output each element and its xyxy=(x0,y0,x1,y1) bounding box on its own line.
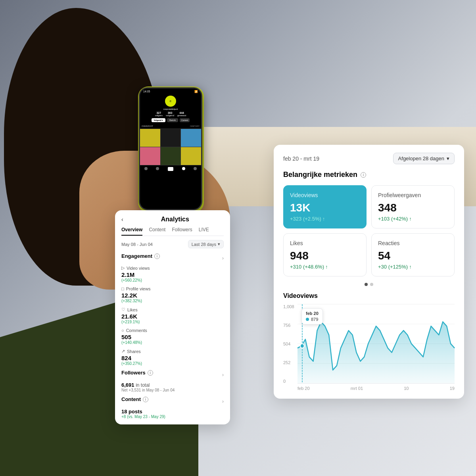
dot-1[interactable] xyxy=(365,283,368,286)
svg-point-5 xyxy=(300,344,304,348)
engagement-chevron[interactable]: › xyxy=(222,255,224,261)
phone-stat-3: 444 geweast xyxy=(177,111,186,117)
ig-metric-value-profielweergaven: 348 xyxy=(378,202,448,214)
ig-metric-videoviews: Videoviews 13K +323 (+2.5%) ↑ xyxy=(283,185,367,228)
ig-metric-value-likes: 948 xyxy=(290,250,360,262)
ig-chart-title: Videoviews xyxy=(283,292,455,299)
nav-profile[interactable] xyxy=(194,167,197,170)
filter-dropdown[interactable]: Last 28 days ▾ xyxy=(188,240,224,248)
phone-stats: 327 volgers 383 volgend 444 geweast xyxy=(142,111,199,117)
date-filter-row: May 08 - Jun 04 Last 28 days ▾ xyxy=(121,240,224,248)
date-range-label: May 08 - Jun 04 xyxy=(121,242,153,247)
phone-stat-2: 383 volgend xyxy=(166,111,174,117)
content-chevron[interactable]: › xyxy=(222,399,224,404)
grid-cell-6 xyxy=(181,147,201,165)
ig-chart-area: feb 20 879 xyxy=(298,304,455,384)
tab-content[interactable]: Content xyxy=(149,227,165,236)
ig-y-axis: 0 252 504 756 1,008 xyxy=(283,304,298,384)
analytics-tabs: Overview Content Followers LIVE xyxy=(121,227,224,236)
grid-cell-5 xyxy=(161,147,181,165)
phone-stat-1: 327 volgers xyxy=(155,111,163,117)
arrow-up-icon-3: ↑ xyxy=(325,264,328,270)
grid-cell-3 xyxy=(181,129,201,147)
ig-metric-change-videoviews: +323 (+2.5%) ↑ xyxy=(290,216,360,222)
posts-count: 18 posts xyxy=(121,409,224,415)
grid-cell-4 xyxy=(140,147,160,165)
ig-metric-change-reacties: +30 (+125%) ↑ xyxy=(378,264,448,270)
ig-chart-svg xyxy=(298,304,455,383)
followers-section-title: Followers i xyxy=(121,370,153,376)
ig-metric-reacties: Reacties 54 +30 (+125%) ↑ xyxy=(371,233,455,276)
tab-overview[interactable]: Overview xyxy=(121,227,142,236)
engagement-info-icon[interactable]: i xyxy=(154,253,160,259)
metric-likes: ♡ Likes 21.6K (+219.1%) xyxy=(121,307,224,324)
ig-chart-section: Videoviews 0 252 504 756 1,008 feb 20 87… xyxy=(283,292,455,391)
ig-metric-change-likes: +310 (+48.6%) ↑ xyxy=(290,264,360,270)
nav-search[interactable] xyxy=(156,167,159,170)
posts-change: +8 (vs. May 23 - May 29) xyxy=(121,415,224,419)
engagement-section-header: Engagement i › xyxy=(121,253,224,263)
analytics-title: Analytics xyxy=(127,216,224,223)
analytics-header: ‹ Analytics xyxy=(121,216,224,223)
chevron-down-icon: ▾ xyxy=(447,155,449,161)
followers-chevron[interactable]: › xyxy=(222,372,224,378)
arrow-up-icon-4: ↑ xyxy=(409,264,412,270)
ig-metric-value-videoviews: 13K xyxy=(290,202,360,214)
tab-followers[interactable]: Followers xyxy=(172,227,192,236)
followers-info-icon[interactable]: i xyxy=(148,370,153,376)
phone-screen: 14:05 📶 C cooprataldelpunt 327 volgers 3… xyxy=(140,88,201,209)
ig-metric-value-reacties: 54 xyxy=(378,250,448,262)
ig-metric-title-profielweergaven: Profielweergaven xyxy=(378,192,448,198)
ig-analytics-panel: feb 20 - mrt 19 Afgelopen 28 dagen ▾ Bel… xyxy=(274,145,464,399)
metric-comments: ○ Comments 505 (+140.48%) xyxy=(121,328,224,345)
content-section-title: Content i xyxy=(121,396,148,402)
grid-cell-2 xyxy=(161,129,181,147)
ig-info-icon[interactable]: i xyxy=(361,172,366,178)
ig-section-title: Belangrijke metrieken i xyxy=(283,171,455,179)
ig-date-label: feb 20 - mrt 19 xyxy=(283,155,319,162)
ig-filter-dropdown[interactable]: Afgelopen 28 dagen ▾ xyxy=(393,153,455,164)
ig-chart-wrapper: 0 252 504 756 1,008 feb 20 879 xyxy=(283,304,455,384)
nav-home[interactable] xyxy=(144,167,148,170)
phone-username: cooprataldelpunt xyxy=(142,108,199,110)
engagement-title: Engagement i xyxy=(121,253,160,259)
phone-avatar: C xyxy=(165,96,176,107)
content-info-icon[interactable]: i xyxy=(143,397,148,402)
analytics-panel: ‹ Analytics Overview Content Followers L… xyxy=(115,210,230,424)
ig-metrics-grid: Videoviews 13K +323 (+2.5%) ↑ Profielwee… xyxy=(283,185,455,276)
phone-grid xyxy=(140,129,201,165)
content-section: Content i › 18 posts +8 (vs. May 23 - Ma… xyxy=(121,396,224,419)
phone-icons: 📶 xyxy=(194,90,198,93)
arrow-up-icon: ↑ xyxy=(322,216,325,222)
ig-metric-title-likes: Likes xyxy=(290,240,360,246)
followers-section: Followers i › 6,691 in total Net +3,531 … xyxy=(121,370,224,392)
tab-live[interactable]: LIVE xyxy=(199,227,209,236)
phone-time: 14:05 xyxy=(143,90,150,93)
ig-metric-title-videoviews: Videoviews xyxy=(290,192,360,198)
metric-shares: ↗ Shares 824 (+350.27%) xyxy=(121,349,224,366)
ig-carousel-dots xyxy=(283,283,455,286)
nav-add[interactable] xyxy=(168,167,173,171)
phone-bottom-nav xyxy=(140,165,201,173)
back-button[interactable]: ‹ xyxy=(121,216,123,223)
content-section-header: Content i › xyxy=(121,396,224,406)
ig-metric-likes: Likes 948 +310 (+48.6%) ↑ xyxy=(283,233,367,276)
arrow-up-icon-2: ↑ xyxy=(409,216,412,222)
metric-video-views: ▷ Video views 2.1M (+560.22%) xyxy=(121,265,224,282)
grid-cell-1 xyxy=(140,129,160,147)
ig-date-row: feb 20 - mrt 19 Afgelopen 28 dagen ▾ xyxy=(283,153,455,164)
followers-net-change: Net +3,531 in May 08 - Jun 04 xyxy=(121,388,224,392)
phone-status-bar: 14:05 📶 xyxy=(140,88,201,94)
ig-metric-profielweergaven: Profielweergaven 348 +103 (+42%) ↑ xyxy=(371,185,455,228)
followers-section-header: Followers i › xyxy=(121,370,224,380)
phone-category-tabs: OVERZICHT CENTURY xyxy=(140,124,201,129)
ig-metric-title-reacties: Reacties xyxy=(378,240,448,246)
metric-profile-views: □ Profile views 12.2K (+382.32%) xyxy=(121,286,224,303)
phone-device: 14:05 📶 C cooprataldelpunt 327 volgers 3… xyxy=(139,87,202,210)
phone-profile-header: C cooprataldelpunt 327 volgers 383 volge… xyxy=(140,94,201,124)
ig-metric-change-profielweergaven: +103 (+42%) ↑ xyxy=(378,216,448,222)
ig-x-axis: feb 20 mrt 01 10 19 xyxy=(283,386,455,391)
followers-count: 6,691 in total xyxy=(121,382,224,388)
dot-2[interactable] xyxy=(370,283,373,286)
nav-inbox[interactable] xyxy=(182,167,185,170)
